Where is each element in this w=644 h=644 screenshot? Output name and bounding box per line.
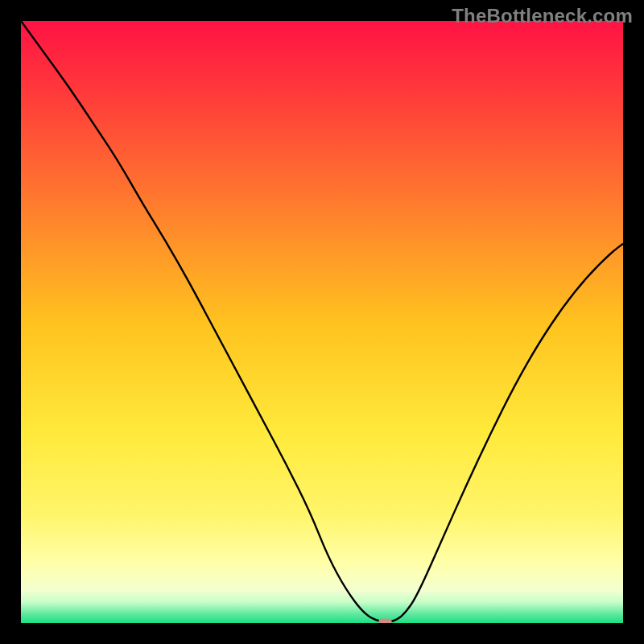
optimal-marker	[378, 618, 391, 623]
chart-background	[21, 21, 623, 623]
bottleneck-chart	[21, 21, 623, 623]
watermark-text: TheBottleneck.com	[452, 5, 633, 27]
chart-frame	[21, 21, 623, 623]
